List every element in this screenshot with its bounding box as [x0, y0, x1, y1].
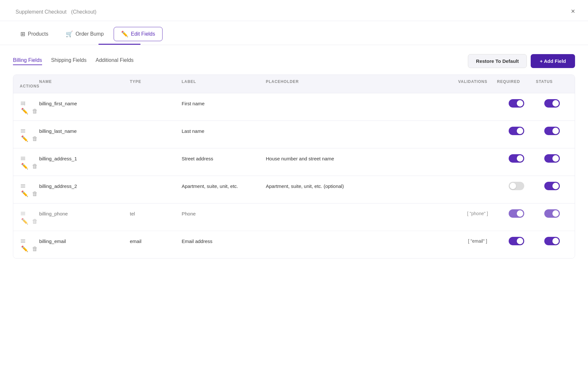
table-row: billing_first_name First name ✏️ 🗑 [13, 93, 575, 121]
svg-rect-7 [21, 157, 25, 157]
svg-rect-12 [21, 187, 25, 188]
tab-bar: ⊞ Products 🛒 Order Bump ✏️ Edit Fields [0, 21, 588, 41]
field-name: billing_address_2 [39, 183, 130, 189]
field-name: billing_address_1 [39, 156, 130, 161]
svg-rect-3 [24, 101, 25, 106]
col-required: REQUIRED [497, 79, 536, 84]
required-toggle-cell [497, 154, 536, 163]
fields-toolbar: Billing Fields Shipping Fields Additiona… [13, 54, 575, 68]
modal-title: Supplement Checkout (Checkout) [13, 7, 96, 16]
col-placeholder: PLACEHOLDER [266, 79, 458, 84]
status-toggle-cell [536, 209, 568, 218]
drag-handle[interactable] [20, 183, 39, 189]
drag-handle[interactable] [20, 128, 39, 134]
status-toggle-cell [536, 154, 568, 163]
field-type: email [130, 238, 182, 244]
toolbar-actions: Restore To Default + Add Field [468, 54, 575, 68]
delete-icon[interactable]: 🗑 [32, 191, 38, 197]
delete-icon[interactable]: 🗑 [32, 163, 38, 170]
delete-icon[interactable]: 🗑 [32, 108, 38, 115]
status-toggle[interactable] [544, 209, 560, 218]
status-toggle-cell [536, 182, 568, 190]
edit-icon[interactable]: ✏️ [21, 190, 28, 197]
field-label: Phone [182, 211, 266, 216]
status-toggle[interactable] [544, 99, 560, 108]
svg-rect-17 [21, 241, 25, 241]
edit-icon[interactable]: ✏️ [21, 218, 28, 225]
svg-rect-10 [21, 184, 25, 185]
tab-edit-fields-label: Edit Fields [131, 31, 155, 37]
edit-icon[interactable]: ✏️ [21, 135, 28, 142]
action-icons: ✏️ 🗑 [20, 135, 39, 142]
action-icons: ✏️ 🗑 [20, 218, 39, 225]
edit-icon[interactable]: ✏️ [21, 163, 28, 170]
field-type: tel [130, 211, 182, 216]
status-toggle[interactable] [544, 182, 560, 190]
tab-shipping-fields[interactable]: Shipping Fields [51, 57, 86, 65]
edit-icon[interactable]: ✏️ [21, 108, 28, 115]
status-toggle[interactable] [544, 237, 560, 245]
pencil-icon: ✏️ [121, 30, 128, 38]
close-icon[interactable]: × [571, 8, 575, 15]
field-name: billing_last_name [39, 128, 130, 134]
col-type: TYPE [130, 79, 182, 84]
tab-additional-fields[interactable]: Additional Fields [96, 57, 133, 65]
required-toggle-cell [497, 99, 536, 108]
status-toggle-cell [536, 127, 568, 135]
table-row: billing_last_name Last name ✏️ 🗑 [13, 121, 575, 148]
edit-icon[interactable]: ✏️ [21, 245, 28, 252]
subtitle-text: (Checkout) [71, 9, 96, 15]
tab-order-bump[interactable]: 🛒 Order Bump [58, 27, 111, 41]
field-label: Email address [182, 238, 266, 244]
field-validations: [ "phone" ] [458, 211, 497, 216]
modal-header: Supplement Checkout (Checkout) × [0, 0, 588, 21]
field-label: First name [182, 101, 266, 106]
svg-rect-18 [21, 242, 25, 243]
col-name: NAME [39, 79, 130, 84]
svg-rect-9 [21, 159, 25, 160]
svg-rect-15 [21, 214, 25, 215]
delete-icon[interactable]: 🗑 [32, 246, 38, 252]
status-toggle-cell [536, 99, 568, 108]
required-toggle[interactable] [509, 127, 524, 135]
status-toggle[interactable] [544, 154, 560, 163]
svg-rect-13 [21, 212, 25, 213]
field-label: Last name [182, 128, 266, 134]
table-row: billing_email email Email address [ "ema… [13, 231, 575, 258]
table-row: billing_address_1 Street address House n… [13, 148, 575, 176]
required-toggle[interactable] [509, 209, 524, 218]
drag-handle[interactable] [20, 238, 39, 244]
required-toggle[interactable] [509, 99, 524, 108]
field-name: billing_first_name [39, 101, 130, 106]
fields-table: NAME TYPE LABEL PLACEHOLDER VALIDATIONS … [13, 75, 575, 259]
svg-rect-4 [21, 129, 25, 130]
table-row: billing_address_2 Apartment, suite, unit… [13, 176, 575, 203]
delete-icon[interactable]: 🗑 [32, 218, 38, 225]
drag-handle[interactable] [20, 100, 39, 107]
products-icon: ⊞ [20, 30, 25, 38]
field-validations: [ "email" ] [458, 238, 497, 244]
delete-icon[interactable]: 🗑 [32, 135, 38, 142]
add-field-button[interactable]: + Add Field [531, 54, 575, 68]
tab-billing-fields[interactable]: Billing Fields [13, 57, 42, 65]
restore-default-button[interactable]: Restore To Default [468, 54, 527, 68]
action-icons: ✏️ 🗑 [20, 108, 39, 115]
status-toggle[interactable] [544, 127, 560, 135]
tab-products[interactable]: ⊞ Products [13, 27, 56, 41]
drag-handle[interactable] [20, 210, 39, 217]
svg-rect-6 [21, 132, 25, 133]
svg-rect-16 [21, 239, 25, 240]
svg-rect-14 [21, 213, 25, 214]
col-label: LABEL [182, 79, 266, 84]
col-actions: ACTIONS [20, 84, 39, 88]
required-toggle[interactable] [509, 237, 524, 245]
required-toggle-cell [497, 237, 536, 245]
tab-order-bump-label: Order Bump [75, 31, 104, 37]
field-label: Apartment, suite, unit, etc. [182, 183, 266, 189]
drag-handle[interactable] [20, 155, 39, 162]
field-name: billing_phone [39, 211, 130, 216]
tab-edit-fields[interactable]: ✏️ Edit Fields [114, 27, 163, 41]
required-toggle[interactable] [509, 154, 524, 163]
svg-rect-11 [21, 186, 25, 186]
required-toggle[interactable] [509, 182, 524, 190]
